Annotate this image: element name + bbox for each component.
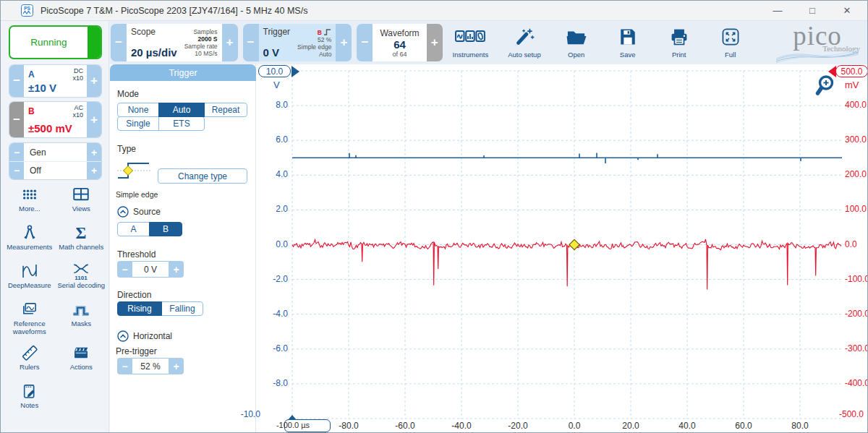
sidebar-tool-label: Rulers xyxy=(20,364,39,372)
channel-a-decrease-button[interactable]: − xyxy=(9,65,24,97)
direction-buttons: RisingFalling xyxy=(117,301,203,316)
waveform-previous-button[interactable]: − xyxy=(357,24,373,61)
sidebar-tool-measurements[interactable]: Measurements xyxy=(4,220,56,257)
scope-settings[interactable]: Scope 20 µs/div Samples 2000 S Sample ra… xyxy=(127,24,222,61)
toolbar-buttons: InstrumentsAuto setupOpenSavePrintFull xyxy=(453,27,746,59)
mode-repeat-button[interactable]: Repeat xyxy=(204,103,247,117)
mode-none-button[interactable]: None xyxy=(117,103,159,117)
sidebar-tool-rulers[interactable]: Rulers xyxy=(4,340,56,377)
sidebar-tool-label: Actions xyxy=(70,364,93,372)
waveform-of: of 64 xyxy=(392,51,407,58)
direction-rising-button[interactable]: Rising xyxy=(117,301,162,316)
toolbar-button-label: Open xyxy=(568,51,584,59)
sidebar-tool-views[interactable]: Views xyxy=(56,181,108,218)
threshold-decrease-button[interactable]: − xyxy=(117,261,132,278)
reference-waveforms-icon xyxy=(20,299,39,319)
x-axis-tick-label: 0.0 xyxy=(545,421,603,431)
trigger-increase-button[interactable]: + xyxy=(336,24,352,61)
channel-b-decrease-button[interactable]: − xyxy=(9,102,24,137)
zoom-tool-icon[interactable] xyxy=(814,73,841,99)
trigger-source-badge: B xyxy=(318,29,322,36)
threshold-value[interactable]: 0 V xyxy=(132,261,169,278)
sidebar-tool-more[interactable]: More... xyxy=(4,181,56,218)
direction-falling-button[interactable]: Falling xyxy=(161,301,203,316)
toolbar-print-button[interactable]: Print xyxy=(663,27,695,59)
waveform-title: Waveform xyxy=(380,28,419,38)
threshold-increase-button[interactable]: + xyxy=(169,261,184,278)
scope-settings-group: − Scope 20 µs/div Samples 2000 S Sample … xyxy=(111,24,238,61)
trigger-decrease-button[interactable]: − xyxy=(243,24,259,61)
mode-buttons-row2: SingleETS xyxy=(117,116,205,131)
channel-a-body[interactable]: A DCx10 ±10 V xyxy=(24,65,87,97)
mode-single-button[interactable]: Single xyxy=(117,116,159,131)
generator-state-row[interactable]: − Off + xyxy=(9,161,101,179)
source-section-header[interactable]: Source xyxy=(117,206,161,218)
toolbar-full-button[interactable]: Full xyxy=(715,27,746,59)
right-axis-tick-label: 200.0 xyxy=(845,169,868,179)
sidebar-tool-label: Notes xyxy=(20,402,38,410)
sidebar-tool-label: Math channels xyxy=(59,244,103,252)
left-axis-tick-label: -2.0 xyxy=(258,274,288,284)
trigger-summary: B 52 % Simple edge Auto xyxy=(297,27,331,59)
source-a-button[interactable]: A xyxy=(117,222,150,236)
auto-setup-icon xyxy=(514,27,535,49)
scope-increase-button[interactable]: + xyxy=(222,24,238,61)
sidebar-tool-notes[interactable]: Notes xyxy=(4,378,56,415)
mode-auto-button[interactable]: Auto xyxy=(158,103,205,117)
sidebar-tool-label: Measurements xyxy=(7,244,52,252)
left-axis-top-handle[interactable]: 10.0 xyxy=(258,65,291,77)
trigger-settings[interactable]: Trigger 0 V B 52 % Simple edge Auto xyxy=(259,24,336,61)
minimize-button[interactable]: — xyxy=(772,5,783,16)
close-button[interactable]: ✕ xyxy=(841,5,853,16)
toolbar-instruments-button[interactable]: Instruments xyxy=(453,27,489,59)
maximize-button[interactable]: □ xyxy=(807,5,818,16)
scope-decrease-button[interactable]: − xyxy=(111,24,127,61)
mode-ets-button[interactable]: ETS xyxy=(158,116,205,131)
toolbar-open-button[interactable]: Open xyxy=(561,27,592,59)
pretrigger-decrease-button[interactable]: − xyxy=(117,358,132,374)
right-axis-tick-label: 300.0 xyxy=(845,134,868,145)
pretrigger-increase-button[interactable]: + xyxy=(169,358,184,374)
waveform-buffer[interactable]: Waveform 64 of 64 xyxy=(373,24,426,61)
sidebar-tool-math-channels[interactable]: ΣMath channels xyxy=(56,220,108,257)
trigger-marker-diamond[interactable] xyxy=(569,239,579,249)
channel-a-increase-button[interactable]: + xyxy=(87,65,101,97)
sidebar-tool-actions[interactable]: Actions xyxy=(56,340,108,377)
trigger-panel-header[interactable]: Trigger xyxy=(110,64,256,81)
sidebar-tool-serial-decoding[interactable]: 1101Serial decoding xyxy=(56,258,108,295)
generator-row[interactable]: − Gen + xyxy=(9,143,101,161)
generator-decrease-button[interactable]: − xyxy=(9,143,24,161)
channel-b-box[interactable]: − B ACx10 ±500 mV + xyxy=(9,101,102,138)
toolbar-save-button[interactable]: Save xyxy=(612,27,644,59)
run-stop-button[interactable]: Running xyxy=(9,25,102,59)
notes-icon xyxy=(20,381,39,400)
scope-view[interactable]: 10.0 V -10.0 500.0 mV -500.0 8.06.04.02.… xyxy=(256,64,868,433)
sidebar-tool-reference-waveforms[interactable]: Reference waveforms xyxy=(4,296,56,338)
generator-state-increase-button[interactable]: + xyxy=(87,162,101,179)
pico-logo: pico Technology xyxy=(775,24,860,53)
horizontal-section-header[interactable]: Horizontal xyxy=(117,330,172,342)
left-axis-tick-label: -6.0 xyxy=(258,343,288,353)
waveform-number: 64 xyxy=(393,38,406,51)
trigger-settings-group: − Trigger 0 V B 52 % Simple edge Auto + xyxy=(243,24,352,61)
trigger-level-value: 0 V xyxy=(263,46,291,59)
right-axis-tick-label: -300.0 xyxy=(845,343,868,353)
channel-a-box[interactable]: − A DCx10 ±10 V + xyxy=(9,64,102,98)
waveform-plot[interactable] xyxy=(256,64,868,433)
horizontal-label: Horizontal xyxy=(133,331,172,341)
run-label: Running xyxy=(10,37,88,48)
pretrigger-value[interactable]: 52 % xyxy=(132,358,169,374)
sidebar-tool-masks[interactable]: Masks xyxy=(56,296,108,338)
sidebar-tool-label: DeepMeasure xyxy=(8,282,51,290)
generator-increase-button[interactable]: + xyxy=(87,143,101,161)
toolbar-auto-setup-button[interactable]: Auto setup xyxy=(508,27,540,59)
sidebar-tool-deepmeasure[interactable]: DeepMeasure xyxy=(4,258,56,295)
source-b-button[interactable]: B xyxy=(149,222,182,236)
channel-b-body[interactable]: B ACx10 ±500 mV xyxy=(24,102,87,137)
change-type-button[interactable]: Change type xyxy=(158,168,247,184)
fullscreen-icon xyxy=(721,27,740,49)
generator-state-decrease-button[interactable]: − xyxy=(9,162,24,179)
channel-b-increase-button[interactable]: + xyxy=(87,102,101,137)
math-channels-icon: Σ xyxy=(72,223,90,242)
waveform-next-button[interactable]: + xyxy=(427,24,443,61)
